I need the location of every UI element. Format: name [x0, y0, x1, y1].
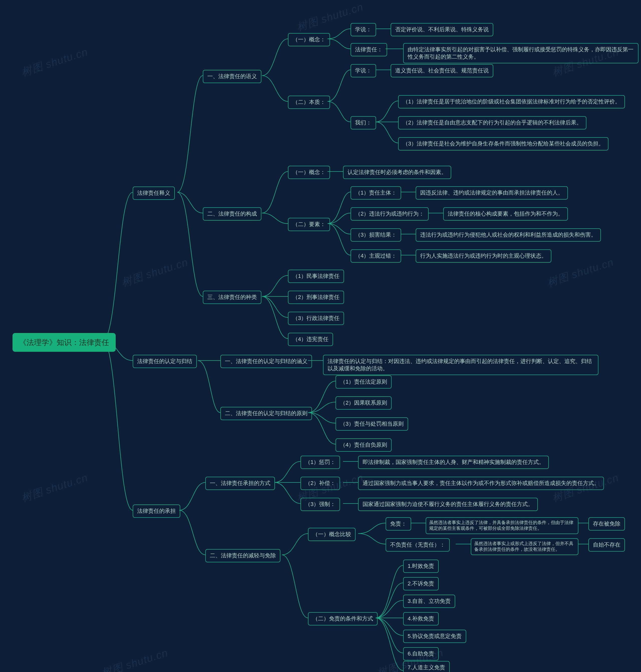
s3-2-2-1[interactable]: 1.时效免责	[403, 560, 439, 573]
s1-1[interactable]: 一、法律责任的语义	[203, 70, 261, 83]
s1-3-3[interactable]: （3）行政法律责任	[288, 312, 344, 325]
s2-1-value: 法律责任的认定与归结：对因违法、违约或法律规定的事由而引起的法律责任，进行判断、…	[323, 355, 598, 375]
s3-2-1a-tail: 存在被免除	[588, 517, 625, 531]
s2-2-4[interactable]: （4）责任自负原则	[336, 438, 392, 452]
s1-1-2a[interactable]: 学说：	[351, 64, 376, 77]
s2-2[interactable]: 二、法律责任的认定与归结的原则	[220, 407, 312, 420]
s1-3-2[interactable]: （2）刑事法律责任	[288, 291, 344, 304]
s1-1-1b-value: 由特定法律事实所引起的对损害予以补偿、强制履行或接受惩罚的特殊义务，亦即因违反第…	[403, 43, 639, 63]
section-3[interactable]: 法律责任的承担	[133, 505, 180, 518]
s1-2-2[interactable]: （二）要素：	[288, 218, 330, 231]
s1-1-2a-value: 道义责任说、社会责任说、规范责任说	[391, 64, 493, 77]
s3-2-1a-value: 虽然违法者事实上违反了法律，并具备承担法律责任的条件，但由于法律规定的某些主客观…	[426, 517, 578, 534]
section-2[interactable]: 法律责任的认定与归结	[133, 355, 197, 368]
s1-1-1a[interactable]: 学说：	[351, 23, 376, 36]
s3-1-1[interactable]: （1）惩罚：	[300, 456, 340, 469]
watermark: 树图 shutu.cn	[545, 255, 615, 290]
s1-2-2-2[interactable]: （2）违法行为或违约行为：	[351, 207, 429, 221]
s3-2-1[interactable]: （一）概念比较	[308, 528, 356, 541]
s1-2-2-4[interactable]: （4）主观过错：	[351, 249, 401, 263]
watermark: 树图 shutu.cn	[120, 255, 190, 290]
s3-2-1b[interactable]: 不负责任（无责任）：	[386, 538, 450, 551]
s1-3[interactable]: 三、法律责任的种类	[203, 291, 261, 304]
s1-2-2-3-value: 违法行为或违约行为侵犯他人或社会的权利和利益所造成的损失和伤害。	[415, 228, 601, 242]
s1-1-1[interactable]: （一）概念：	[288, 33, 330, 46]
s1-2-2-1-value: 因违反法律、违约或法律规定的事由而承担法律责任的人。	[415, 186, 568, 200]
s3-1-2[interactable]: （2）补偿：	[300, 477, 340, 490]
watermark: 树图 shutu.cn	[100, 646, 170, 672]
s1-1-2b[interactable]: 我们：	[351, 116, 376, 129]
s3-1-1-value: 即法律制裁，国家强制责任主体的人身、财产和精神实施制裁的责任方式。	[358, 456, 549, 469]
s1-3-4[interactable]: （4）违宪责任	[288, 333, 333, 346]
s3-2[interactable]: 二、法律责任的减轻与免除	[205, 549, 281, 562]
watermark: 树图 shutu.cn	[19, 470, 90, 505]
s1-1-1b[interactable]: 法律责任：	[351, 43, 387, 56]
s1-2-2-1[interactable]: （1）责任主体：	[351, 186, 401, 200]
s2-2-2[interactable]: （2）因果联系原则	[336, 396, 392, 410]
s2-2-3[interactable]: （3）责任与处罚相当原则	[336, 417, 408, 431]
s3-2-1b-value: 虽然违法者事实上或形式上违反了法律，但并不具备承担法律责任的条件，故没有法律责任…	[471, 538, 578, 555]
s3-1-2-value: 通过国家强制力或当事人要求，责任主体以作为或不作为形式弥补或赔偿所造成损失的责任…	[358, 477, 604, 490]
s1-2-2-3[interactable]: （3）损害结果：	[351, 228, 401, 242]
s3-2-2[interactable]: （二）免责的条件和方式	[308, 612, 378, 626]
s3-2-2-7[interactable]: 7.人道主义免责	[403, 661, 450, 672]
s3-1-3-value: 国家通过国家强制力迫使不履行义务的责任主体履行义务的责任方式。	[358, 498, 538, 511]
section-1[interactable]: 法律责任释义	[133, 187, 175, 200]
s3-2-2-2[interactable]: 2.不诉免责	[403, 577, 439, 590]
s1-1-2b-2: （2）法律责任是自由意志支配下的行为引起的合乎逻辑的不利法律后果。	[398, 116, 586, 129]
s2-2-1[interactable]: （1）责任法定原则	[336, 375, 392, 388]
s3-2-1b-tail: 自始不存在	[588, 538, 625, 551]
s2-1[interactable]: 一、法律责任的认定与归结的涵义	[220, 355, 312, 368]
s3-1[interactable]: 一、法律责任承担的方式	[205, 477, 275, 490]
s1-1-2b-1: （1）法律责任是居于统治地位的阶级或社会集团依据法律标准对行为给予的否定性评价。	[398, 95, 625, 108]
s1-2-2-2-value: 法律责任的核心构成要素，包括作为和不作为。	[443, 207, 568, 221]
root-node[interactable]: 《法理学》知识：法律责任	[13, 333, 116, 352]
s1-2[interactable]: 二、法律责任的构成	[203, 207, 261, 221]
s3-1-3[interactable]: （3）强制：	[300, 498, 340, 511]
s1-1-2[interactable]: （二）本质：	[288, 96, 330, 109]
s3-2-1a[interactable]: 免责：	[386, 517, 411, 531]
s1-1-2b-3: （3）法律责任是社会为维护自身生存条件而强制性地分配给某些社会成员的负担。	[398, 137, 609, 150]
s1-2-2-4-value: 行为人实施违法行为或违约行为时的主观心理状态。	[415, 249, 551, 263]
s1-1-1a-value: 否定评价说、不利后果说、特殊义务说	[391, 23, 493, 36]
s3-2-2-4[interactable]: 4.补救免责	[403, 612, 439, 626]
s3-2-2-6[interactable]: 6.自助免责	[403, 647, 439, 660]
s1-3-1[interactable]: （1）民事法律责任	[288, 270, 344, 283]
s3-2-2-3[interactable]: 3.自首、立功免责	[403, 595, 455, 608]
s3-2-2-5[interactable]: 5.协议免责或意定免责	[403, 630, 466, 643]
watermark: 树图 shutu.cn	[19, 45, 90, 80]
s1-2-1[interactable]: （一）概念：	[288, 166, 330, 179]
s1-2-1-value: 认定法律责任时必须考虑的条件和因素。	[343, 166, 451, 179]
